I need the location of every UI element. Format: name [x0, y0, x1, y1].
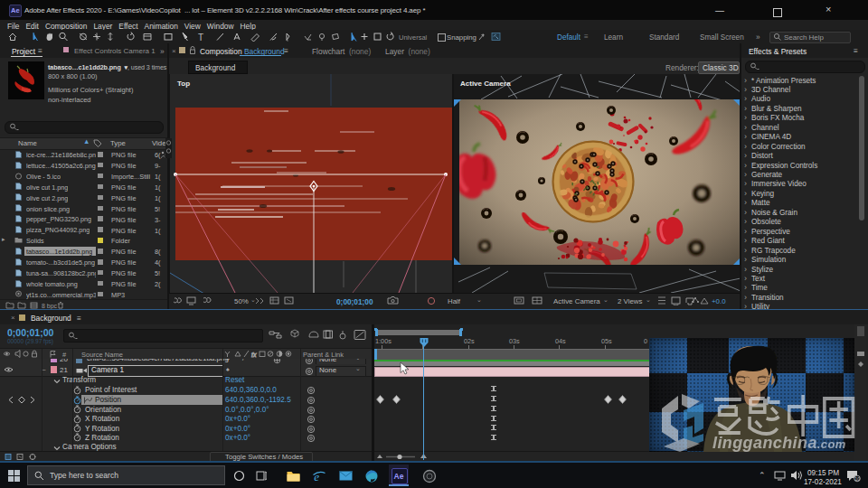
svg-text:Parent & Link: Parent & Link: [303, 351, 344, 359]
svg-text:fx: fx: [251, 352, 257, 358]
svg-text:8 bpc: 8 bpc: [42, 303, 58, 309]
svg-text:e: e: [314, 470, 319, 483]
svg-text:Universal: Universal: [399, 33, 428, 42]
svg-text:#: #: [62, 351, 67, 359]
svg-text:Source Name: Source Name: [81, 351, 123, 359]
svg-text:T: T: [198, 33, 203, 42]
svg-text:10: 10: [855, 477, 861, 482]
